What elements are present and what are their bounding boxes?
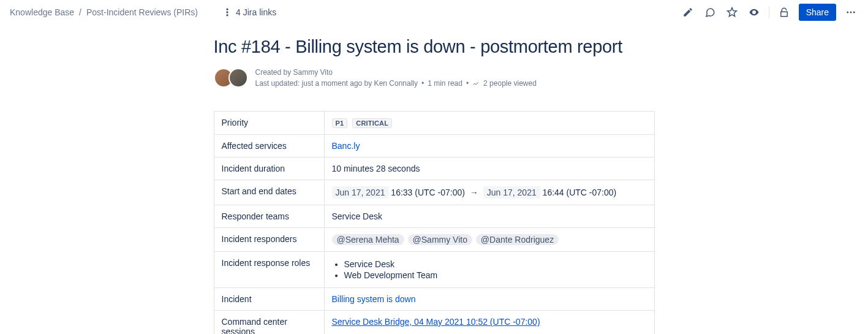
mention[interactable]: @Dante Rodriguez <box>476 234 559 245</box>
mention[interactable]: @Sammy Vito <box>408 234 472 245</box>
share-button[interactable]: Share <box>799 4 836 21</box>
meta-dot: • <box>421 78 424 89</box>
jira-icon <box>222 7 232 17</box>
list-item: Service Desk <box>344 259 647 269</box>
page-content: Inc #184 - Billing system is down - post… <box>202 37 667 334</box>
table-row: Incident duration 10 minutes 28 seconds <box>214 158 654 180</box>
meta-dot: • <box>466 78 469 89</box>
teams-value: Service Desk <box>324 205 654 228</box>
table-row: Affected services Banc.ly <box>214 135 654 158</box>
comment-icon[interactable] <box>703 5 717 20</box>
priority-p1-lozenge: P1 <box>332 118 348 128</box>
analytics-icon <box>472 80 480 87</box>
incident-link[interactable]: Billing system is down <box>332 294 416 304</box>
star-icon[interactable] <box>725 5 739 20</box>
details-table: Priority P1 CRITICAL Affected services B… <box>214 111 655 334</box>
byline: Created by Sammy Vito Last updated: just… <box>214 67 655 89</box>
watch-icon[interactable] <box>747 5 761 20</box>
start-time: 16:33 (UTC -07:00) <box>388 188 465 197</box>
page-title: Inc #184 - Billing system is down - post… <box>214 37 655 57</box>
page-meta: Created by Sammy Vito Last updated: just… <box>255 67 537 89</box>
avatar <box>228 68 248 88</box>
mention[interactable]: @Serena Mehta <box>332 234 404 245</box>
responders-label: Incident responders <box>214 228 324 252</box>
table-row: Incident Billing system is down <box>214 288 654 311</box>
end-date-lozenge: Jun 17, 2021 <box>483 186 540 199</box>
edit-icon[interactable] <box>681 5 695 20</box>
roles-list: Service Desk Web Development Team <box>332 259 647 280</box>
jira-links-text: 4 Jira links <box>236 7 276 17</box>
top-bar: Knowledge Base / Post-Incident Reviews (… <box>0 0 868 25</box>
incident-label: Incident <box>214 288 324 311</box>
page-actions: Share <box>681 4 858 21</box>
start-date-lozenge: Jun 17, 2021 <box>332 186 389 199</box>
more-icon[interactable] <box>843 5 858 20</box>
svg-point-1 <box>850 12 852 13</box>
read-time: 1 min read <box>428 78 462 89</box>
last-updated: Last updated: just a moment ago by Ken C… <box>255 78 418 89</box>
duration-label: Incident duration <box>214 158 324 180</box>
breadcrumb-current-link[interactable]: Post-Incident Reviews (PIRs) <box>86 7 198 17</box>
svg-point-0 <box>847 12 848 13</box>
priority-critical-lozenge: CRITICAL <box>352 118 392 128</box>
duration-value: 10 minutes 28 seconds <box>324 158 654 180</box>
created-by: Sammy Vito <box>293 68 333 77</box>
created-by-prefix: Created by <box>255 68 293 77</box>
command-center-link[interactable]: Service Desk Bridge, 04 May 2021 10:52 (… <box>332 317 540 327</box>
affected-label: Affected services <box>214 135 324 158</box>
arrow-right-icon: → <box>470 188 478 197</box>
breadcrumb-root-link[interactable]: Knowledge Base <box>10 7 74 17</box>
table-row: Responder teams Service Desk <box>214 205 654 228</box>
jira-links[interactable]: 4 Jira links <box>222 7 276 17</box>
dates-label: Start and end dates <box>214 180 324 205</box>
svg-point-2 <box>853 12 855 13</box>
restrictions-icon[interactable] <box>777 5 791 20</box>
list-item: Web Development Team <box>344 270 647 280</box>
people-viewed: 2 people viewed <box>483 78 537 89</box>
breadcrumb-separator: / <box>79 7 81 17</box>
table-row: Incident response roles Service Desk Web… <box>214 252 654 288</box>
end-time: 16:44 (UTC -07:00) <box>540 188 617 197</box>
table-row: Incident responders @Serena Mehta @Sammy… <box>214 228 654 252</box>
command-label: Command center sessions <box>214 311 324 335</box>
breadcrumb: Knowledge Base / Post-Incident Reviews (… <box>10 7 198 17</box>
table-row: Start and end dates Jun 17, 2021 16:33 (… <box>214 180 654 205</box>
table-row: Command center sessions Service Desk Bri… <box>214 311 654 335</box>
priority-label: Priority <box>214 112 324 135</box>
roles-label: Incident response roles <box>214 252 324 288</box>
affected-service-link[interactable]: Banc.ly <box>332 141 360 151</box>
action-divider <box>769 6 769 18</box>
avatar-group[interactable] <box>214 68 248 88</box>
table-row: Priority P1 CRITICAL <box>214 112 654 135</box>
teams-label: Responder teams <box>214 205 324 228</box>
